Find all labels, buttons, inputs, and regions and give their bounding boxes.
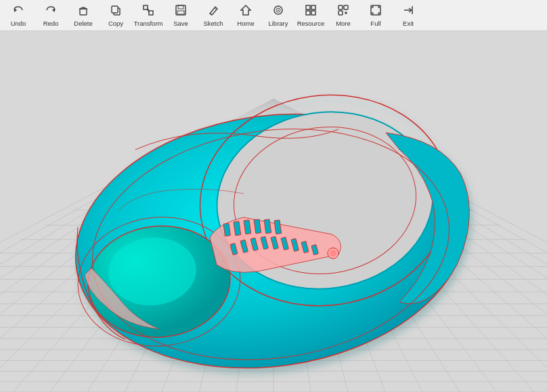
redo-label: Redo — [43, 20, 59, 27]
transform-button[interactable]: Transform — [133, 1, 164, 30]
home-icon — [240, 4, 252, 18]
delete-button[interactable]: Delete — [68, 1, 99, 30]
sketch-label: Sketch — [203, 20, 223, 27]
home-label: Home — [237, 20, 254, 27]
more-icon — [337, 4, 349, 18]
exit-label: Exit — [403, 20, 414, 27]
sketch-button[interactable]: Sketch — [198, 1, 229, 30]
home-button[interactable]: Home — [230, 1, 261, 30]
transform-icon — [142, 4, 154, 18]
svg-rect-10 — [149, 11, 153, 15]
svg-rect-27 — [344, 5, 348, 9]
exit-button[interactable]: Exit — [393, 1, 424, 30]
library-label: Library — [268, 20, 288, 27]
redo-button[interactable]: Redo — [35, 1, 66, 30]
full-button[interactable]: Full — [360, 1, 391, 30]
delete-label: Delete — [74, 20, 92, 27]
redo-icon — [45, 4, 57, 18]
resource-label: Resource — [297, 20, 325, 27]
svg-rect-8 — [112, 6, 118, 13]
svg-rect-9 — [144, 5, 148, 9]
save-icon — [175, 4, 187, 18]
exit-icon — [402, 4, 414, 18]
copy-button[interactable]: Copy — [100, 1, 131, 30]
undo-label: Undo — [11, 20, 26, 27]
svg-rect-2 — [80, 9, 87, 15]
library-button[interactable]: Library — [263, 1, 294, 30]
svg-marker-1 — [52, 8, 55, 12]
library-icon — [272, 4, 284, 18]
more-button[interactable]: More — [328, 1, 359, 30]
svg-point-57 — [330, 250, 336, 257]
svg-rect-15 — [177, 11, 184, 14]
save-button[interactable]: Save — [165, 1, 196, 30]
full-icon — [370, 4, 382, 18]
svg-rect-24 — [306, 11, 310, 15]
svg-point-12 — [148, 9, 150, 11]
svg-point-21 — [278, 9, 279, 11]
svg-rect-26 — [338, 5, 343, 9]
svg-marker-0 — [14, 8, 17, 12]
undo-icon — [12, 4, 24, 18]
toolbar: UndoRedoDeleteCopyTransformSaveSketchHom… — [0, 0, 547, 31]
copy-icon — [110, 4, 122, 18]
svg-rect-25 — [311, 11, 315, 15]
more-label: More — [336, 20, 351, 27]
resource-icon — [305, 4, 317, 18]
model-container — [0, 31, 547, 392]
save-label: Save — [173, 20, 188, 27]
copy-label: Copy — [108, 20, 123, 27]
svg-marker-18 — [241, 5, 250, 15]
svg-rect-22 — [306, 5, 310, 9]
svg-rect-28 — [338, 11, 343, 15]
viewport[interactable] — [0, 31, 547, 392]
sketch-icon — [207, 4, 219, 18]
resource-button[interactable]: Resource — [295, 1, 326, 30]
svg-rect-23 — [311, 5, 315, 9]
svg-line-16 — [210, 14, 212, 15]
transform-label: Transform — [134, 20, 163, 27]
full-label: Full — [370, 20, 380, 27]
delete-icon — [77, 4, 89, 18]
undo-button[interactable]: Undo — [3, 1, 34, 30]
